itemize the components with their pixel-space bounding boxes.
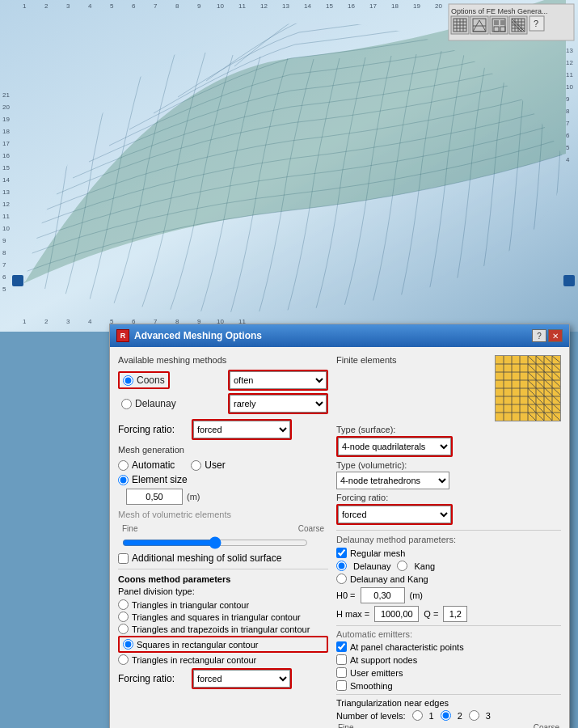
user-emitters-checkbox[interactable] (336, 667, 347, 678)
svg-rect-1 (12, 275, 23, 286)
forcing-ratio-right-select[interactable]: forced not forced auto (338, 506, 451, 523)
regular-mesh-label: Regular mesh (350, 548, 405, 558)
delaunay-kang-radio[interactable] (336, 574, 347, 584)
svg-text:12: 12 (260, 2, 268, 10)
element-size-radio[interactable] (118, 475, 129, 485)
smoothing-checkbox[interactable] (336, 680, 347, 691)
svg-text:4: 4 (88, 318, 92, 325)
delaunay-method-radio[interactable] (336, 561, 347, 571)
h0-label: H0 = (336, 590, 356, 600)
tri-trap-radio[interactable] (118, 624, 129, 634)
close-button[interactable]: ✕ (548, 329, 563, 342)
delaunay-radio[interactable] (121, 399, 132, 409)
squares-rect-radio[interactable] (123, 639, 133, 650)
svg-text:17: 17 (369, 2, 377, 10)
svg-text:1: 1 (23, 2, 27, 10)
support-nodes-checkbox[interactable] (336, 654, 347, 665)
svg-text:11: 11 (2, 213, 10, 220)
svg-text:6: 6 (132, 2, 136, 10)
svg-text:13: 13 (282, 2, 289, 10)
coons-frequency-select[interactable]: often rarely always never (230, 371, 327, 389)
svg-text:21: 21 (2, 91, 10, 99)
svg-text:10: 10 (2, 225, 10, 232)
level-1-radio[interactable] (412, 710, 423, 721)
char-points-checkbox[interactable] (336, 641, 347, 652)
svg-text:19: 19 (413, 2, 420, 10)
element-size-label: Element size (132, 474, 188, 485)
dialog-titlebar: R Advanced Meshing Options ? ✕ (110, 324, 569, 347)
svg-rect-82 (494, 20, 499, 25)
svg-text:11: 11 (566, 71, 573, 78)
type-volume-select[interactable]: 4-node tetrahedrons 8-node hexahedrons m… (336, 472, 449, 489)
h0-input[interactable] (361, 587, 405, 603)
hmax-input[interactable] (374, 606, 419, 622)
tri-near-edges-label: Triangularization near edges (336, 698, 561, 708)
user-radio[interactable] (191, 460, 201, 471)
delaunay-frequency-select[interactable]: often rarely always never (230, 395, 327, 413)
tri-rect-radio[interactable] (118, 654, 129, 665)
auto-emitters-label: Automatic emitters: (336, 629, 561, 639)
advanced-meshing-dialog: R Advanced Meshing Options ? ✕ Available… (109, 324, 570, 728)
additional-meshing-label: Additional meshing of solid surface (132, 552, 281, 564)
svg-text:4: 4 (88, 2, 92, 10)
mesh-gen-label: Mesh generation (118, 445, 328, 455)
additional-meshing-checkbox[interactable] (118, 553, 129, 564)
svg-text:12: 12 (566, 59, 573, 66)
svg-text:14: 14 (304, 2, 311, 10)
svg-text:1: 1 (23, 318, 27, 325)
svg-text:8: 8 (2, 249, 6, 256)
forcing-ratio2-select[interactable]: forced not forced auto (193, 670, 290, 688)
char-points-label: At panel characteristic points (350, 642, 464, 652)
kang-radio[interactable] (397, 561, 407, 571)
mesh-vol-slider[interactable] (122, 536, 308, 549)
regular-mesh-checkbox[interactable] (336, 548, 347, 558)
q-input[interactable] (443, 606, 467, 622)
type-surface-label: Type (surface): (336, 425, 561, 434)
level-2-radio[interactable] (441, 710, 451, 721)
smoothing-label: Smoothing (350, 681, 393, 691)
level-3-radio[interactable] (469, 710, 479, 721)
triangles-tri-radio[interactable] (118, 599, 129, 610)
svg-text:13: 13 (566, 47, 573, 54)
svg-text:20: 20 (435, 2, 442, 10)
svg-text:3: 3 (66, 318, 70, 325)
svg-text:16: 16 (2, 152, 10, 159)
svg-text:17: 17 (2, 140, 10, 147)
type-surface-select[interactable]: 4-node quadrilaterals 3-node triangles m… (338, 438, 451, 455)
tri-squares-radio[interactable] (118, 612, 129, 622)
svg-text:7: 7 (2, 261, 6, 269)
forcing-ratio-select[interactable]: forced not forced auto (193, 421, 290, 438)
tri-rect-label: Triangles in rectangular contour (132, 655, 256, 665)
forcing-ratio-label: Forcing ratio: (118, 424, 187, 435)
svg-text:20: 20 (2, 104, 10, 111)
help-button[interactable]: ? (532, 329, 546, 342)
delaunay-method-label: Delaunay (353, 561, 390, 571)
svg-rect-2 (563, 275, 575, 286)
num-levels-label: Number of levels: (336, 711, 406, 721)
svg-text:5: 5 (566, 144, 570, 151)
svg-text:13: 13 (2, 188, 10, 196)
automatic-radio[interactable] (118, 460, 129, 471)
support-nodes-label: At support nodes (350, 655, 417, 665)
type-volume-label: Type (volumetric): (336, 460, 561, 470)
svg-text:4: 4 (566, 156, 570, 163)
panel-div-label: Panel division type: (118, 586, 328, 596)
squares-rect-label: Squares in rectangular contour (137, 640, 258, 650)
coarse-label-left: Coarse (298, 524, 324, 533)
coons-radio[interactable] (123, 375, 133, 386)
element-size-input[interactable] (126, 489, 183, 505)
svg-text:6: 6 (566, 132, 570, 139)
mesh-visualization: 5 6 7 8 9 10 11 12 13 14 15 16 17 18 19 … (0, 0, 578, 332)
user-label: User (205, 459, 225, 471)
delaunay-kang-label: Delaunay and Kang (350, 574, 428, 584)
svg-text:3: 3 (66, 2, 70, 10)
coarse-label-right: Coarse (534, 723, 559, 728)
h0-unit: (m) (410, 590, 424, 600)
level-1-label: 1 (429, 711, 434, 721)
dialog-title: Advanced Meshing Options (134, 330, 262, 341)
level-2-label: 2 (458, 711, 462, 721)
svg-text:2: 2 (44, 2, 49, 10)
svg-text:15: 15 (2, 164, 10, 171)
svg-text:9: 9 (2, 237, 6, 244)
mesh-vol-label: Mesh of volumetric elements (118, 510, 328, 519)
